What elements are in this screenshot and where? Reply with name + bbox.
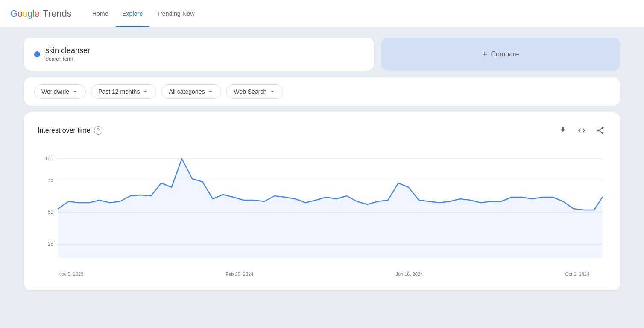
filter-time-label: Past 12 months: [98, 88, 140, 95]
filter-row: Worldwide Past 12 months All categories …: [24, 77, 620, 106]
share-button[interactable]: [594, 124, 606, 136]
share-icon: [596, 126, 605, 135]
search-term-dot: [34, 51, 40, 57]
search-card: skin cleanser Search term: [24, 38, 374, 71]
chevron-down-icon: [72, 88, 79, 95]
nav-item-home[interactable]: Home: [85, 0, 115, 27]
search-text: skin cleanser Search term: [45, 46, 90, 62]
x-label-1: Nov 5, 2023: [58, 272, 83, 277]
code-icon: [577, 126, 586, 135]
svg-text:75: 75: [48, 177, 53, 183]
x-label-2: Feb 25, 2024: [225, 272, 253, 277]
embed-button[interactable]: [576, 124, 588, 136]
chart-area: 100 75 50 25 Nov 5, 2023 Feb 25, 2024 Ju…: [38, 147, 606, 277]
nav-item-trending[interactable]: Trending Now: [150, 0, 202, 27]
svg-marker-8: [58, 159, 602, 258]
filter-time[interactable]: Past 12 months: [91, 84, 156, 99]
interest-chart: 100 75 50 25: [38, 147, 606, 266]
google-trends-logo[interactable]: Google Trends: [10, 8, 72, 19]
filter-region-label: Worldwide: [41, 88, 69, 95]
x-axis-labels: Nov 5, 2023 Feb 25, 2024 Jun 16, 2024 Oc…: [38, 272, 606, 277]
main-nav: Home Explore Trending Now: [85, 0, 202, 27]
filter-category[interactable]: All categories: [161, 84, 221, 99]
filter-type[interactable]: Web Search: [226, 84, 283, 99]
header: Google Trends Home Explore Trending Now: [0, 0, 644, 27]
svg-text:25: 25: [48, 241, 53, 247]
chevron-down-icon: [142, 88, 149, 95]
compare-label: Compare: [491, 50, 519, 58]
chart-title-row: Interest over time ?: [38, 126, 102, 135]
nav-item-explore[interactable]: Explore: [115, 0, 150, 27]
search-term: skin cleanser: [45, 46, 90, 55]
svg-text:100: 100: [45, 156, 53, 161]
google-wordmark: Google: [10, 8, 39, 19]
chevron-down-icon: [269, 88, 276, 95]
chevron-down-icon: [207, 88, 214, 95]
chart-card: Interest over time ?: [24, 112, 620, 290]
filter-region[interactable]: Worldwide: [34, 84, 86, 99]
main-content: skin cleanser Search term + Compare Worl…: [10, 27, 634, 301]
filter-category-label: All categories: [169, 88, 205, 95]
compare-plus-icon: +: [482, 49, 488, 60]
help-icon[interactable]: ?: [94, 126, 102, 135]
compare-card[interactable]: + Compare: [381, 38, 620, 71]
svg-text:50: 50: [48, 209, 53, 215]
search-type: Search term: [45, 56, 90, 62]
download-icon: [559, 126, 567, 135]
search-compare-row: skin cleanser Search term + Compare: [24, 38, 620, 71]
filter-type-label: Web Search: [234, 88, 266, 95]
trends-wordmark: Trends: [43, 8, 72, 19]
chart-title: Interest over time: [38, 127, 91, 134]
download-button[interactable]: [557, 124, 569, 136]
x-label-3: Jun 16, 2024: [395, 272, 423, 277]
x-label-4: Oct 6, 2024: [565, 272, 589, 277]
chart-header: Interest over time ?: [38, 124, 606, 136]
help-char: ?: [97, 127, 100, 133]
chart-actions: [557, 124, 606, 136]
